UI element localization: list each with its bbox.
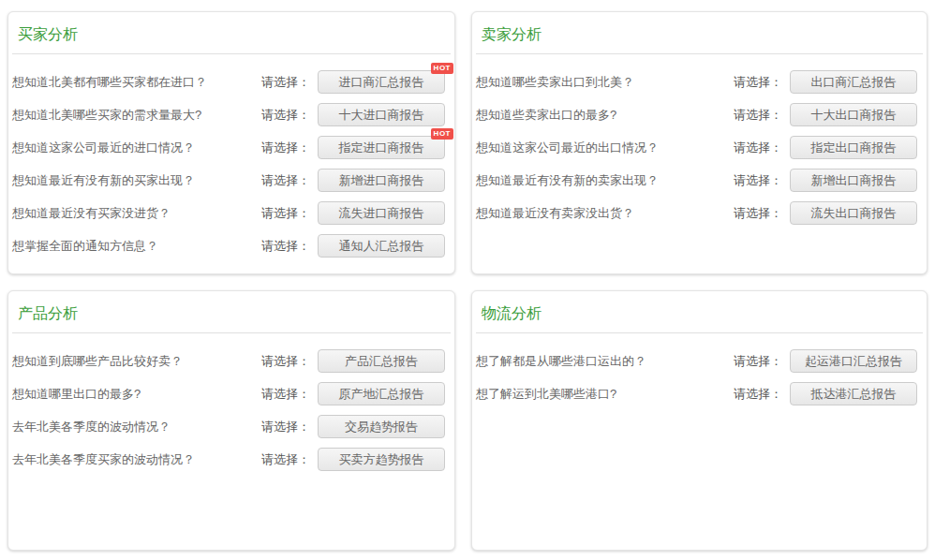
- report-row: 想知道到底哪些产品比较好卖？ 请选择： 产品汇总报告 HOT: [12, 345, 445, 377]
- report-button[interactable]: 进口商汇总报告: [318, 70, 445, 94]
- select-label: 请选择：: [261, 205, 310, 222]
- select-label: 请选择：: [261, 451, 310, 468]
- question-text: 想知道到底哪些产品比较好卖？: [12, 353, 261, 370]
- question-text: 想知道些卖家出口的最多?: [476, 107, 734, 124]
- report-button[interactable]: 指定进口商报告: [318, 136, 445, 159]
- select-label: 请选择：: [261, 353, 310, 370]
- report-button-wrap: 起运港口汇总报告 HOT: [790, 349, 917, 373]
- hot-badge: HOT: [431, 128, 453, 140]
- report-button-wrap: 买卖方趋势报告 HOT: [318, 448, 445, 471]
- question-text: 想掌握全面的通知方信息？: [12, 238, 261, 255]
- report-button-wrap: 原产地汇总报告 HOT: [318, 382, 445, 405]
- report-row: 去年北美各季度的波动情况？ 请选择： 交易趋势报告 HOT: [12, 410, 445, 443]
- select-label: 请选择：: [734, 205, 782, 222]
- question-text: 想了解都是从哪些港口运出的？: [476, 353, 734, 370]
- select-label: 请选择：: [261, 74, 310, 91]
- panel-title: 产品分析: [18, 303, 445, 324]
- question-text: 想知道哪些卖家出口到北美？: [476, 74, 734, 91]
- analysis-panel-4: 物流分析 想了解都是从哪些港口运出的？ 请选择： 起运港口汇总报告 HOT 想了…: [471, 290, 928, 551]
- report-row: 想知道最近没有买家没进货？ 请选择： 流失进口商报告 HOT: [12, 197, 445, 229]
- select-label: 请选择：: [261, 386, 310, 403]
- report-button[interactable]: 指定出口商报告: [790, 136, 917, 159]
- question-text: 想知道这家公司最近的进口情况？: [12, 140, 261, 156]
- select-label: 请选择：: [261, 140, 310, 156]
- report-row: 想知道这家公司最近的出口情况？ 请选择： 指定出口商报告 HOT: [476, 131, 917, 164]
- question-text: 想知道这家公司最近的出口情况？: [476, 140, 734, 156]
- report-row: 想知道北美哪些买家的需求量最大? 请选择： 十大进口商报告 HOT: [12, 98, 445, 131]
- analysis-panel-3: 产品分析 想知道到底哪些产品比较好卖？ 请选择： 产品汇总报告 HOT 想知道哪…: [7, 290, 455, 551]
- report-button[interactable]: 买卖方趋势报告: [318, 448, 445, 471]
- report-row: 想掌握全面的通知方信息？ 请选择： 通知人汇总报告 HOT: [12, 229, 445, 262]
- select-label: 请选择：: [734, 386, 782, 403]
- panel-title: 卖家分析: [482, 24, 917, 45]
- report-button[interactable]: 产品汇总报告: [318, 349, 445, 373]
- report-button-wrap: 新增进口商报告 HOT: [318, 169, 445, 192]
- report-button[interactable]: 新增出口商报告: [790, 169, 917, 192]
- report-button[interactable]: 出口商汇总报告: [790, 70, 917, 94]
- panel-title: 买家分析: [18, 24, 445, 45]
- question-text: 想知道最近没有卖家没出货？: [476, 205, 734, 222]
- report-button[interactable]: 通知人汇总报告: [318, 234, 445, 258]
- question-text: 想知道北美都有哪些买家都在进口？: [12, 74, 261, 91]
- select-label: 请选择：: [734, 353, 782, 370]
- report-button[interactable]: 流失进口商报告: [318, 201, 445, 225]
- report-row: 想知道最近有没有新的卖家出现？ 请选择： 新增出口商报告 HOT: [476, 164, 917, 197]
- report-row: 想知道北美都有哪些买家都在进口？ 请选择： 进口商汇总报告 HOT: [12, 66, 445, 98]
- panel-title: 物流分析: [482, 303, 917, 324]
- report-dashboard: 买家分析 想知道北美都有哪些买家都在进口？ 请选择： 进口商汇总报告 HOT 想…: [0, 0, 935, 551]
- report-button[interactable]: 抵达港汇总报告: [790, 382, 917, 405]
- question-text: 想知道最近有没有新的买家出现？: [12, 172, 261, 189]
- question-text: 想知道最近有没有新的卖家出现？: [476, 172, 734, 189]
- report-row: 去年北美各季度买家的波动情况？ 请选择： 买卖方趋势报告 HOT: [12, 443, 445, 476]
- question-text: 想知道北美哪些买家的需求量最大?: [12, 107, 261, 124]
- select-label: 请选择：: [734, 172, 782, 189]
- report-row: 想了解运到北美哪些港口? 请选择： 抵达港汇总报告 HOT: [476, 377, 917, 410]
- report-row: 想知道哪些卖家出口到北美？ 请选择： 出口商汇总报告 HOT: [476, 66, 917, 98]
- analysis-panel-1: 买家分析 想知道北美都有哪些买家都在进口？ 请选择： 进口商汇总报告 HOT 想…: [7, 11, 455, 274]
- select-label: 请选择：: [734, 140, 782, 156]
- report-row: 想知道最近有没有新的买家出现？ 请选择： 新增进口商报告 HOT: [12, 164, 445, 197]
- select-label: 请选择：: [261, 107, 310, 124]
- report-button[interactable]: 原产地汇总报告: [318, 382, 445, 405]
- panel-rows: 想知道哪些卖家出口到北美？ 请选择： 出口商汇总报告 HOT 想知道些卖家出口的…: [472, 54, 927, 229]
- panel-rows: 想了解都是从哪些港口运出的？ 请选择： 起运港口汇总报告 HOT 想了解运到北美…: [472, 333, 927, 410]
- report-button[interactable]: 十大出口商报告: [790, 103, 917, 126]
- hot-badge: HOT: [431, 63, 453, 74]
- panel-rows: 想知道到底哪些产品比较好卖？ 请选择： 产品汇总报告 HOT 想知道哪里出口的最…: [8, 333, 454, 476]
- question-text: 想了解运到北美哪些港口?: [476, 386, 734, 403]
- report-button-wrap: 出口商汇总报告 HOT: [790, 70, 917, 94]
- report-button[interactable]: 新增进口商报告: [318, 169, 445, 192]
- select-label: 请选择：: [734, 107, 782, 124]
- report-button-wrap: 指定出口商报告 HOT: [790, 136, 917, 159]
- report-button-wrap: 十大出口商报告 HOT: [790, 103, 917, 126]
- report-button[interactable]: 起运港口汇总报告: [790, 349, 917, 373]
- report-button[interactable]: 流失出口商报告: [790, 201, 917, 225]
- report-row: 想知道这家公司最近的进口情况？ 请选择： 指定进口商报告 HOT: [12, 131, 445, 164]
- question-text: 想知道哪里出口的最多?: [12, 386, 261, 403]
- report-button[interactable]: 交易趋势报告: [318, 415, 445, 438]
- report-button-wrap: 抵达港汇总报告 HOT: [790, 382, 917, 405]
- question-text: 去年北美各季度买家的波动情况？: [12, 451, 261, 468]
- report-row: 想知道些卖家出口的最多? 请选择： 十大出口商报告 HOT: [476, 98, 917, 131]
- panel-rows: 想知道北美都有哪些买家都在进口？ 请选择： 进口商汇总报告 HOT 想知道北美哪…: [8, 54, 454, 262]
- report-button-wrap: 流失出口商报告 HOT: [790, 201, 917, 225]
- report-row: 想知道最近没有卖家没出货？ 请选择： 流失出口商报告 HOT: [476, 197, 917, 229]
- question-text: 去年北美各季度的波动情况？: [12, 419, 261, 435]
- select-label: 请选择：: [261, 172, 310, 189]
- select-label: 请选择：: [261, 419, 310, 435]
- report-button-wrap: 进口商汇总报告 HOT: [318, 70, 445, 94]
- report-button-wrap: 新增出口商报告 HOT: [790, 169, 917, 192]
- report-button-wrap: 交易趋势报告 HOT: [318, 415, 445, 438]
- report-button-wrap: 通知人汇总报告 HOT: [318, 234, 445, 258]
- select-label: 请选择：: [734, 74, 782, 91]
- report-button-wrap: 十大进口商报告 HOT: [318, 103, 445, 126]
- report-row: 想了解都是从哪些港口运出的？ 请选择： 起运港口汇总报告 HOT: [476, 345, 917, 377]
- select-label: 请选择：: [261, 238, 310, 255]
- report-button-wrap: 流失进口商报告 HOT: [318, 201, 445, 225]
- report-row: 想知道哪里出口的最多? 请选择： 原产地汇总报告 HOT: [12, 377, 445, 410]
- report-button[interactable]: 十大进口商报告: [318, 103, 445, 126]
- analysis-panel-2: 卖家分析 想知道哪些卖家出口到北美？ 请选择： 出口商汇总报告 HOT 想知道些…: [471, 11, 928, 274]
- report-button-wrap: 产品汇总报告 HOT: [318, 349, 445, 373]
- report-button-wrap: 指定进口商报告 HOT: [318, 136, 445, 159]
- question-text: 想知道最近没有买家没进货？: [12, 205, 261, 222]
